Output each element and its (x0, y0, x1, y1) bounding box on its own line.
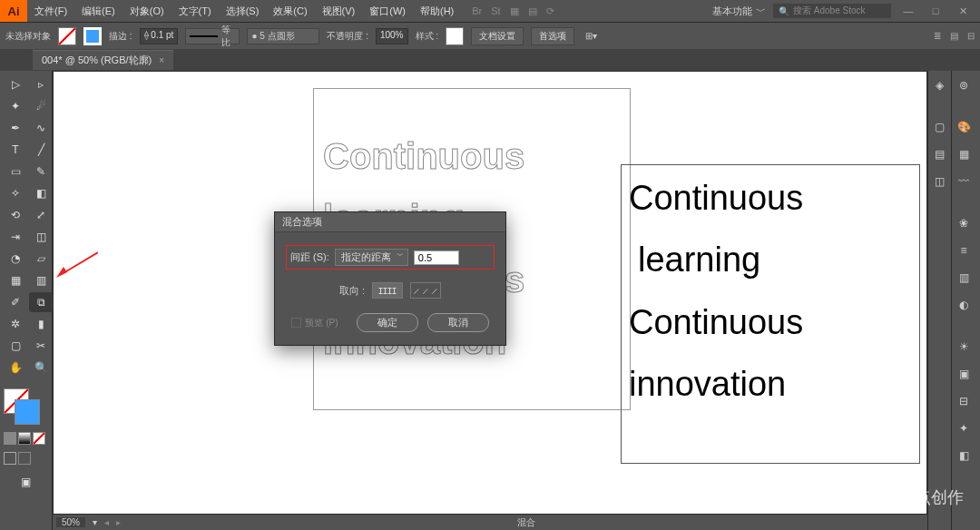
rectangle-tool[interactable]: ▭ (4, 162, 27, 182)
screen-modes (0, 452, 52, 465)
color-swatches[interactable] (4, 388, 40, 425)
screen-mode-toggle[interactable]: ▣ (15, 472, 38, 492)
pathfinder-panel-icon[interactable]: ◧ (955, 447, 973, 465)
symbol-sprayer-tool[interactable]: ✲ (4, 314, 27, 334)
color-panel-icon[interactable]: 🎨 (955, 118, 973, 136)
transparency-panel-icon[interactable]: ◐ (955, 296, 973, 314)
width-tool[interactable]: ⇥ (4, 227, 27, 247)
panel-toggle-icon[interactable]: ≣ (934, 31, 941, 41)
style-swatch[interactable] (446, 27, 464, 45)
menu-select[interactable]: 选择(S) (219, 5, 267, 18)
shaper-tool[interactable]: ✧ (4, 183, 27, 203)
opacity-input[interactable]: 100% (376, 28, 408, 44)
gradient-panel-icon[interactable]: ▥ (955, 269, 973, 287)
menu-window[interactable]: 窗口(W) (362, 5, 413, 18)
nav-prev-icon[interactable]: ◂ (104, 517, 109, 527)
perspective-tool[interactable]: ▱ (29, 249, 53, 269)
eraser-tool[interactable]: ◧ (29, 183, 53, 203)
appearance-panel-icon[interactable]: ☀ (955, 338, 973, 356)
transform-panel-icon[interactable]: ✦ (955, 419, 973, 437)
arrange-icon[interactable]: ▦ (510, 5, 519, 17)
brush-dropdown[interactable]: ● 5 点圆形 (247, 28, 319, 44)
free-transform-tool[interactable]: ◫ (29, 227, 53, 247)
scale-tool[interactable]: ⤢ (29, 205, 53, 225)
cloud-icon[interactable]: ⟳ (546, 5, 554, 17)
stroke-swatch[interactable] (83, 27, 102, 45)
close-button[interactable]: ✕ (953, 4, 973, 18)
selection-tool[interactable]: ▷ (4, 74, 27, 94)
preview-checkbox[interactable]: 预览 (P) (291, 317, 338, 329)
blend-tool[interactable]: ⧉ (29, 292, 53, 312)
draw-mode-icon[interactable] (18, 452, 31, 465)
zoom-level[interactable]: 50% (56, 517, 85, 527)
gpu-icon[interactable]: ▤ (528, 5, 537, 17)
workspace-switcher[interactable]: 基本功能 ﹀ (712, 5, 766, 18)
curvature-tool[interactable]: ∿ (29, 118, 53, 138)
menu-file[interactable]: 文件(F) (27, 5, 74, 18)
brushes-panel-icon[interactable]: 〰 (955, 172, 973, 191)
symbols-panel-icon[interactable]: ❀ (955, 214, 973, 232)
stroke-profile-dropdown[interactable]: 等比 (185, 28, 240, 44)
type-tool[interactable]: T (4, 140, 27, 160)
asset-export-icon[interactable]: ◫ (931, 172, 949, 191)
normal-screen-icon[interactable] (4, 452, 16, 465)
artboard-tool[interactable]: ▢ (4, 336, 27, 356)
zoom-tool[interactable]: 🔍 (29, 358, 53, 378)
stroke-color-swatch[interactable] (15, 399, 40, 425)
blend-options-dialog: 混合选项 间距 (S): 指定的距离 取向 : ⵊⵊⵊⵊ ⟋⟋⟋ 预览 (P) … (274, 211, 506, 346)
gradient-mode-icon[interactable] (18, 432, 31, 445)
graphic-styles-icon[interactable]: ▣ (955, 365, 973, 383)
artboards-icon[interactable]: ▢ (931, 118, 949, 136)
lasso-tool[interactable]: ☄ (29, 96, 53, 116)
stock-icon[interactable]: St (491, 5, 500, 16)
none-mode-icon[interactable] (33, 432, 45, 445)
swatches-panel-icon[interactable]: ▦ (955, 145, 973, 163)
align-panel-icon[interactable]: ⊟ (955, 392, 973, 410)
slice-tool[interactable]: ✂ (29, 336, 53, 356)
color-mode-icon[interactable] (4, 432, 16, 445)
ok-button[interactable]: 确定 (357, 313, 418, 332)
stroke-width-input[interactable]: ⟠ 0.1 pt (140, 28, 179, 44)
align-icon[interactable]: ⊞▾ (585, 31, 597, 41)
shape-builder-tool[interactable]: ◔ (4, 249, 27, 269)
eyedropper-tool[interactable]: ✐ (4, 292, 27, 312)
cc-libraries-icon[interactable]: ⊚ (955, 76, 973, 94)
hand-tool[interactable]: ✋ (4, 358, 27, 378)
line-tool[interactable]: ╱ (29, 140, 53, 160)
menu-type[interactable]: 文字(T) (172, 5, 219, 18)
cancel-button[interactable]: 取消 (427, 313, 489, 332)
bridge-icon[interactable]: Br (472, 5, 482, 16)
menu-effect[interactable]: 效果(C) (266, 5, 314, 18)
spacing-select[interactable]: 指定的距离 (335, 249, 408, 266)
menu-edit[interactable]: 编辑(E) (74, 5, 122, 18)
column-graph-tool[interactable]: ▮ (29, 314, 53, 334)
layers-icon[interactable]: ◈ (931, 76, 949, 94)
search-adobe-stock[interactable]: 🔍 搜索 Adobe Stock (773, 4, 891, 18)
maximize-button[interactable]: □ (926, 4, 946, 18)
tab-close-icon[interactable]: × (159, 55, 164, 65)
orient-align-path-button[interactable]: ⟋⟋⟋ (410, 282, 441, 299)
pen-tool[interactable]: ✒ (4, 118, 27, 138)
fill-swatch[interactable] (58, 27, 76, 45)
libraries-icon[interactable]: ▤ (931, 145, 949, 163)
spacing-input[interactable] (414, 250, 459, 265)
menu-help[interactable]: 帮助(H) (413, 5, 461, 18)
nav-next-icon[interactable]: ▸ (116, 517, 121, 527)
document-setup-button[interactable]: 文档设置 (471, 27, 524, 45)
menu-object[interactable]: 对象(O) (122, 5, 172, 18)
panel-collapse-icon[interactable]: ⊟ (967, 31, 975, 41)
minimize-button[interactable]: — (898, 4, 918, 18)
gradient-tool[interactable]: ▥ (29, 270, 53, 290)
menu-view[interactable]: 视图(V) (315, 5, 363, 18)
document-tab[interactable]: 004* @ 50% (RGB/轮廓) × (33, 50, 173, 70)
stroke-panel-icon[interactable]: ≡ (955, 241, 973, 260)
paintbrush-tool[interactable]: ✎ (29, 162, 53, 182)
orient-align-page-button[interactable]: ⵊⵊⵊⵊ (372, 282, 403, 299)
zoom-chevron-icon[interactable]: ▾ (93, 517, 97, 527)
panel-toggle2-icon[interactable]: ▤ (950, 31, 958, 41)
direct-selection-tool[interactable]: ▹ (29, 74, 53, 94)
mesh-tool[interactable]: ▦ (4, 270, 27, 290)
preferences-button[interactable]: 首选项 (531, 27, 574, 45)
rotate-tool[interactable]: ⟲ (4, 205, 27, 225)
magic-wand-tool[interactable]: ✦ (4, 96, 27, 116)
